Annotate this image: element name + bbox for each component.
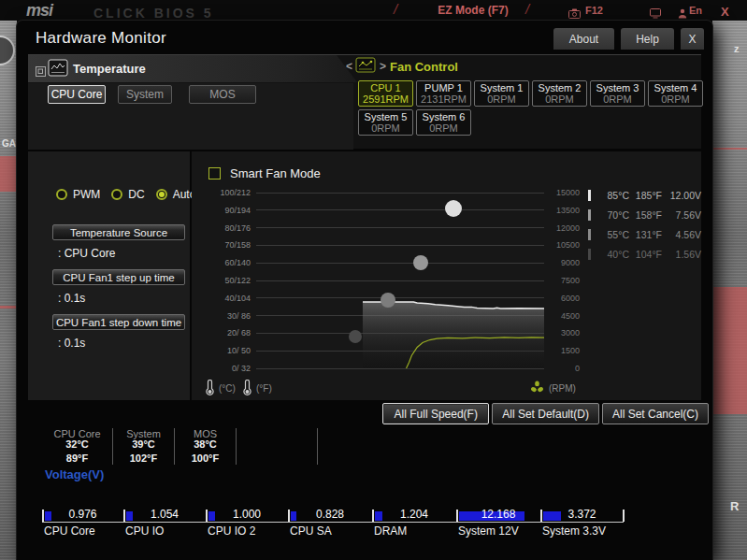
right-edge-top-text: z	[734, 43, 740, 54]
voltage-rail-name: DRAM	[372, 523, 456, 538]
voltage-rail-tick	[623, 510, 625, 522]
fan-box-system-3[interactable]: System 30RPM	[590, 80, 645, 107]
radio-label-pwm: PWM	[73, 188, 100, 201]
temperature-section-title: Temperature	[73, 62, 146, 76]
fan-name: System 4	[654, 82, 697, 93]
hardware-monitor-dialog: Hardware Monitor AboutHelpX Temperature …	[17, 21, 712, 560]
fan-curve-table-row: 40°C104°F1.56V	[573, 244, 701, 264]
voltage-rail-dram: 1.204DRAM	[372, 508, 456, 538]
tab-mos[interactable]: MOS	[189, 85, 256, 104]
voltage-rail-bar: 1.054	[123, 508, 206, 523]
fan-box-system-5[interactable]: System 50RPM	[358, 109, 413, 136]
voltage-rail-bar: 1.204	[372, 508, 456, 523]
rpm-axis-tick: 7500	[552, 276, 580, 285]
divider-slash: /	[525, 1, 529, 17]
curve-celsius: 70°C	[591, 209, 629, 221]
fan-rpm-value: 0RPM	[545, 93, 574, 105]
ez-mode-button[interactable]: EZ Mode (F7)	[421, 4, 525, 17]
thermometer-icon[interactable]	[242, 380, 252, 400]
smart-fan-checkbox[interactable]	[208, 167, 221, 179]
temp-axis-tick: 60/140	[192, 258, 251, 267]
temperature-summary: CPU Core32°C89°FSystem39°C102°FMOS38°C10…	[42, 428, 318, 465]
summary-celsius: 32°C	[42, 439, 112, 450]
divider-slash: /	[394, 1, 397, 17]
voltage-section-title: Voltage(V)	[45, 467, 104, 481]
dialog-tab-about[interactable]: About	[553, 28, 614, 50]
rpm-axis-tick: 0	[552, 364, 580, 373]
radio-auto[interactable]	[156, 189, 167, 200]
fan-curve-table-row: 85°C185°F12.00V	[573, 185, 701, 205]
field-button-cpu-fan1-step-up-time[interactable]: CPU Fan1 step up time	[52, 269, 185, 285]
curve-voltage: 7.56V	[662, 209, 701, 221]
voltage-rail-cpu-sa: 0.828CPU SA	[288, 508, 372, 538]
rpm-axis-tick: 3000	[552, 328, 580, 337]
left-edge-text: GA	[2, 138, 16, 149]
dialog-tab-x[interactable]: X	[681, 28, 704, 50]
fan-name: System 6	[423, 111, 466, 122]
temperature-section-header: Temperature	[28, 55, 357, 82]
field-button-temperature-source[interactable]: Temperature Source	[52, 224, 185, 240]
all-full-speedf-button[interactable]: All Full Speed(F)	[382, 403, 489, 424]
summary-col-cpu-core: CPU Core32°C89°F	[42, 428, 113, 465]
voltage-rail-value: 1.054	[123, 508, 206, 521]
fan-box-cpu-1[interactable]: CPU 12591RPM	[358, 80, 413, 107]
dialog-tab-help[interactable]: Help	[621, 28, 674, 50]
voltage-rail-name: System 3.3V	[540, 523, 624, 538]
right-edge-red-panel	[712, 287, 747, 414]
temp-axis-tick: 80/176	[192, 223, 251, 233]
fan-curve-point-3[interactable]	[413, 255, 428, 270]
fan-box-system-1[interactable]: System 10RPM	[474, 80, 529, 107]
fan-name: System 1	[481, 82, 524, 93]
curve-voltage: 1.56V	[662, 249, 701, 260]
fan-icon[interactable]	[530, 381, 544, 398]
tab-cpu-core[interactable]: CPU Core	[48, 85, 106, 104]
voltage-rail-name: System 12V	[456, 523, 540, 538]
fan-box-system-6[interactable]: System 60RPM	[416, 109, 471, 136]
radio-pwm[interactable]	[56, 189, 67, 200]
rpm-axis-tick: 4500	[552, 311, 580, 321]
fan-name: System 5	[365, 111, 408, 122]
field-value-cpu-fan1-step-up-time: : 0.1s	[58, 292, 185, 305]
thermometer-icon[interactable]	[205, 380, 215, 400]
curve-celsius: 55°C	[591, 229, 629, 240]
tab-system[interactable]: System	[118, 85, 172, 104]
fan-rpm-value: 0RPM	[487, 93, 516, 105]
temp-axis-tick: 50/122	[192, 276, 251, 285]
fan-curve-point-1[interactable]	[349, 330, 362, 343]
field-button-cpu-fan1-step-down-time[interactable]: CPU Fan1 step down time	[52, 314, 185, 330]
temp-axis-tick: 0/ 32	[192, 364, 251, 373]
all-set-cancelc-button[interactable]: All Set Cancel(C)	[602, 403, 709, 424]
voltage-rail-value: 12.168	[456, 508, 540, 521]
radio-dc[interactable]	[111, 189, 122, 200]
language-label: En	[689, 5, 702, 16]
curve-voltage: 4.56V	[662, 229, 701, 240]
curve-celsius: 85°C	[591, 190, 629, 201]
fan-curve-point-4[interactable]	[445, 200, 462, 217]
temp-axis-tick: 10/ 50	[192, 346, 251, 355]
fan-curve-table-row: 70°C158°F7.56V	[573, 205, 701, 224]
fan-settings-fields: Temperature Source: CPU CoreCPU Fan1 ste…	[52, 224, 185, 359]
fan-rpm-value: 0RPM	[603, 93, 632, 105]
voltage-rail-cpu-core: 0.976CPU Core	[42, 508, 123, 538]
all-set-defaultd-button[interactable]: All Set Default(D)	[492, 403, 599, 424]
fan-box-system-2[interactable]: System 20RPM	[532, 80, 587, 107]
fan-control-section-title: Fan Control	[390, 60, 458, 74]
next-section-arrow-icon[interactable]: >	[380, 60, 386, 73]
temperature-graph-icon	[48, 59, 68, 80]
voltage-rail-value: 1.000	[206, 508, 288, 521]
fan-curve-point-2[interactable]	[381, 293, 395, 308]
temp-axis-tick: 30/ 86	[192, 311, 251, 321]
monitor-top-panel: Temperature CPU CoreSystemMOS < > Fan Co…	[28, 54, 701, 149]
rpm-axis-tick: 6000	[552, 294, 580, 303]
right-edge-red-line	[712, 148, 747, 150]
axis-units-row: (°C) (°F) (RPM)	[203, 380, 690, 398]
left-edge-red-band	[0, 156, 17, 192]
fan-box-system-4[interactable]: System 40RPM	[648, 80, 703, 107]
background-left-edge: GA	[0, 21, 17, 560]
summary-fahrenheit: 89°F	[42, 453, 112, 464]
background-close-button[interactable]: X	[721, 5, 729, 19]
prev-section-arrow-icon[interactable]: <	[346, 60, 352, 73]
rpm-unit-label: (RPM)	[549, 383, 576, 394]
fan-mode-selector: PWMDCAuto	[56, 188, 201, 201]
fan-box-pump-1[interactable]: PUMP 12131RPM	[416, 80, 471, 107]
